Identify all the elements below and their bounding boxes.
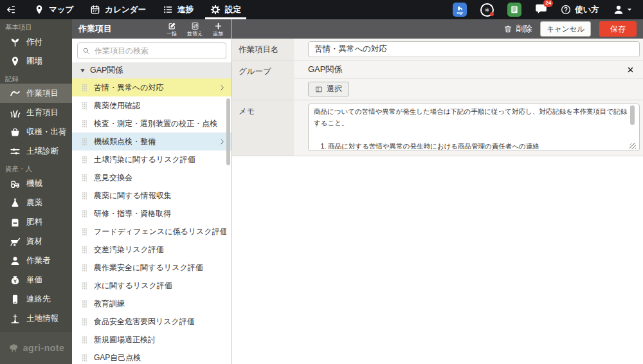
memo-textarea[interactable]: 商品についての苦情や異常が発生した場合は下記の手順に従って対応し、対応記録を本作…	[308, 104, 640, 151]
work-item-row[interactable]: 教育訓練	[72, 295, 231, 313]
drag-handle-icon[interactable]	[82, 138, 87, 146]
work-item-row[interactable]: 農薬に関する情報収集	[72, 187, 231, 205]
sidebar-item-crop-plan[interactable]: 作付	[0, 32, 72, 51]
sidebar-item-growth-items[interactable]: 生育項目	[0, 103, 72, 122]
bulk-button[interactable]: 一括	[161, 21, 183, 37]
sidebar-item-soil-diagnosis[interactable]: 土壌診断	[0, 141, 72, 161]
drag-handle-icon[interactable]	[82, 300, 87, 308]
drag-handle-icon[interactable]	[82, 336, 87, 344]
drag-handle-icon[interactable]	[82, 318, 87, 326]
map-pin-icon	[10, 56, 21, 67]
asterisk-circle-icon	[484, 6, 491, 14]
group-value-line: GAP関係	[294, 60, 643, 79]
group-header-gap[interactable]: GAP関係	[72, 62, 231, 78]
delete-button[interactable]: 削除	[503, 24, 532, 35]
memo-scrollbar-thumb[interactable]	[630, 105, 635, 125]
notification-badge: 24	[543, 0, 553, 7]
rice-app-button[interactable]	[480, 3, 494, 17]
tab-calendar[interactable]: カレンダー	[82, 0, 154, 19]
add-button[interactable]: 追加	[207, 21, 229, 37]
plus-icon	[214, 22, 222, 30]
drag-handle-icon[interactable]	[82, 102, 87, 110]
work-item-row[interactable]: 交差汚染リスク評価	[72, 241, 231, 259]
sidebar-item-work-items[interactable]: 作業項目	[0, 84, 72, 103]
notifications-button[interactable]: 24	[535, 3, 547, 17]
group-select-button[interactable]: 選択	[308, 82, 349, 96]
work-item-row[interactable]: 土壌汚染に関するリスク評価	[72, 150, 231, 168]
drag-handle-icon[interactable]	[82, 120, 87, 128]
work-item-row[interactable]: 食品安全危害要因リスク評価	[72, 313, 231, 331]
drag-handle-icon[interactable]	[82, 210, 87, 218]
form-row-group: グループ GAP関係 選択	[232, 60, 643, 100]
tab-progress[interactable]: 進捗	[154, 0, 202, 19]
work-item-name-input[interactable]	[308, 41, 640, 57]
work-item-row[interactable]: 農作業安全に関するリスク評価	[72, 259, 231, 277]
work-item-row[interactable]: 水に関するリスク評価	[72, 277, 231, 295]
work-item-row[interactable]: GAP自己点検	[72, 349, 231, 364]
sidebar-item-contacts[interactable]: 連絡先	[0, 289, 72, 309]
user-menu-button[interactable]	[613, 4, 633, 15]
work-item-row[interactable]: 意見交換会	[72, 168, 231, 187]
list-panel-header: 作業項目 一括 並替え 追加	[72, 19, 231, 39]
seedling-icon	[10, 37, 21, 48]
person-icon	[10, 255, 21, 266]
work-item-row[interactable]: 新規圃場適正検討	[72, 331, 231, 349]
mgr-app-button[interactable]: mgr	[453, 3, 467, 17]
tab-map[interactable]: マップ	[26, 0, 82, 19]
sidebar-item-fields[interactable]: 圃場	[0, 51, 72, 71]
panel-title: 作業項目	[78, 23, 112, 35]
sprout-icon	[10, 107, 21, 118]
work-item-row[interactable]: フードディフェンスに係るリスク評価	[72, 223, 231, 241]
work-item-row[interactable]: 農薬使用確認	[72, 96, 231, 114]
sidebar-item-materials[interactable]: 資材	[0, 232, 72, 251]
work-item-row[interactable]: 研修・指導・資格取得	[72, 205, 231, 223]
collapse-sidebar-button[interactable]	[0, 0, 22, 19]
work-item-row[interactable]: 機械類点検・整備	[72, 132, 231, 150]
drag-handle-icon[interactable]	[82, 354, 87, 362]
money-bag-icon	[10, 275, 21, 286]
resize-grip-icon[interactable]	[629, 143, 636, 149]
chevron-right-icon	[218, 138, 226, 146]
sidebar-item-machines[interactable]: 機械	[0, 174, 72, 193]
detail-panel: 削除 キャンセル 保存 作業項目名 グループ GAP関係	[231, 19, 643, 364]
help-button[interactable]: 使い方	[561, 5, 599, 15]
gear-icon	[210, 5, 221, 15]
map-pin-icon	[34, 5, 44, 15]
ledger-app-button[interactable]	[507, 3, 521, 17]
alert-dot-badge	[490, 12, 494, 16]
drag-handle-icon[interactable]	[82, 192, 87, 200]
cancel-button[interactable]: キャンセル	[540, 21, 591, 37]
drag-handle-icon[interactable]	[82, 282, 87, 290]
drag-handle-icon[interactable]	[82, 246, 87, 254]
sidebar-item-unit-price[interactable]: 単価	[0, 270, 72, 289]
drag-handle-icon[interactable]	[82, 174, 87, 182]
sidebar-item-harvest-shipping[interactable]: 収穫・出荷	[0, 122, 72, 141]
sidebar-item-fertilizers[interactable]: 肥料	[0, 212, 72, 232]
question-circle-icon	[561, 5, 571, 15]
drag-handle-icon[interactable]	[82, 84, 87, 92]
reorder-button[interactable]: 並替え	[184, 21, 206, 37]
work-items-panel: 作業項目 一括 並替え 追加 GAP関係 苦情・異常への対応 農薬使用確認 検査…	[72, 19, 231, 364]
sidebar-item-workers[interactable]: 作業者	[0, 251, 72, 270]
drag-handle-icon[interactable]	[82, 264, 87, 272]
tractor-icon	[10, 178, 21, 189]
work-item-row[interactable]: 検査・測定・選別装置の校正・点検	[72, 114, 231, 132]
group-select-label: 選択	[327, 84, 342, 95]
list-scrollbar-thumb[interactable]	[226, 98, 230, 165]
sidebar-item-pesticides[interactable]: 農薬	[0, 193, 72, 212]
book-app-icon	[509, 5, 520, 15]
trash-icon	[503, 24, 512, 33]
work-item-form: 作業項目名 グループ GAP関係 選択	[232, 39, 643, 156]
sidebar-item-land-info[interactable]: 土地情報	[0, 309, 72, 328]
drag-handle-icon[interactable]	[82, 228, 87, 236]
tab-settings[interactable]: 設定	[202, 0, 249, 19]
close-icon[interactable]	[627, 66, 634, 73]
sort-icon	[191, 22, 199, 30]
caret-down-icon	[626, 6, 633, 13]
form-row-memo: メモ 商品についての苦情や異常が発生した場合は下記の手順に従って対応し、対応記録…	[232, 100, 643, 156]
work-item-search-input[interactable]	[77, 42, 226, 59]
work-item-row[interactable]: 苦情・異常への対応	[72, 78, 231, 96]
sidebar-section-label: 基本項目	[0, 19, 72, 32]
drag-handle-icon[interactable]	[82, 156, 87, 164]
save-button[interactable]: 保存	[599, 21, 637, 37]
